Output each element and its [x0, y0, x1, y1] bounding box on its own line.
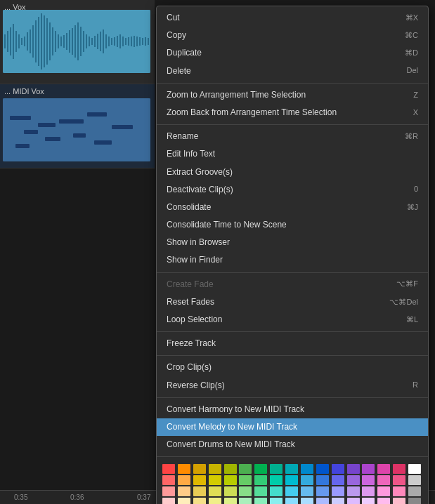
color-swatch[interactable]: [408, 486, 421, 496]
color-swatch[interactable]: [316, 498, 329, 504]
color-swatch[interactable]: [362, 475, 375, 485]
color-swatch[interactable]: [239, 464, 252, 474]
color-swatch[interactable]: [193, 486, 206, 496]
menu-item-freeze[interactable]: Freeze Track: [157, 335, 428, 352]
menu-section-2: Zoom to Arrangement Time Selection Z Zoo…: [157, 86, 428, 121]
color-swatch[interactable]: [393, 475, 405, 485]
color-swatch[interactable]: [316, 486, 329, 496]
menu-item-duplicate[interactable]: Duplicate ⌘D: [157, 44, 428, 62]
color-swatch[interactable]: [362, 464, 375, 474]
color-swatch[interactable]: [162, 486, 175, 496]
menu-item-extract-groove[interactable]: Extract Groove(s): [157, 164, 428, 181]
menu-item-reverse[interactable]: Reverse Clip(s) R: [157, 377, 428, 394]
color-swatch[interactable]: [209, 475, 221, 485]
color-swatch[interactable]: [408, 475, 421, 485]
color-swatch[interactable]: [347, 464, 360, 474]
color-swatch[interactable]: [285, 475, 298, 485]
color-swatch[interactable]: [316, 475, 329, 485]
menu-item-copy-label: Copy: [167, 29, 186, 42]
color-swatch[interactable]: [393, 464, 405, 474]
menu-item-consolidate-scene[interactable]: Consolidate Time to New Scene: [157, 216, 428, 234]
color-swatch[interactable]: [193, 475, 206, 485]
svg-rect-10: [30, 29, 31, 53]
menu-item-zoom-to[interactable]: Zoom to Arrangement Time Selection Z: [157, 86, 428, 104]
menu-item-consolidate[interactable]: Consolidate ⌘J: [157, 199, 428, 216]
color-swatch[interactable]: [270, 464, 283, 474]
menu-item-edit-info[interactable]: Edit Info Text: [157, 145, 428, 163]
color-swatch[interactable]: [254, 498, 267, 504]
color-swatch[interactable]: [178, 464, 190, 474]
color-swatch[interactable]: [254, 486, 267, 496]
menu-item-rename-shortcut: ⌘R: [405, 131, 418, 143]
color-swatch[interactable]: [347, 498, 360, 504]
color-swatch[interactable]: [178, 486, 190, 496]
color-swatch[interactable]: [347, 486, 360, 496]
menu-item-convert-melody[interactable]: Convert Melody to New MIDI Track: [157, 418, 428, 436]
color-swatch[interactable]: [362, 498, 375, 504]
color-swatch[interactable]: [224, 475, 237, 485]
color-swatch[interactable]: [209, 464, 221, 474]
menu-item-delete[interactable]: Delete Del: [157, 62, 428, 80]
color-swatch[interactable]: [270, 486, 283, 496]
color-swatch[interactable]: [332, 464, 344, 474]
color-swatch[interactable]: [332, 486, 344, 496]
color-swatch[interactable]: [209, 498, 221, 504]
menu-item-show-browser[interactable]: Show in Browser: [157, 234, 428, 251]
color-swatch[interactable]: [254, 464, 267, 474]
color-swatch[interactable]: [332, 475, 344, 485]
color-swatch[interactable]: [270, 498, 283, 504]
menu-item-reset-fades[interactable]: Reset Fades ⌥⌘Del: [157, 293, 428, 311]
menu-item-copy-shortcut: ⌘C: [405, 29, 418, 42]
color-swatch[interactable]: [301, 498, 313, 504]
color-swatch[interactable]: [162, 475, 175, 485]
color-swatch[interactable]: [377, 498, 390, 504]
color-swatch[interactable]: [178, 475, 190, 485]
svg-rect-22: [63, 35, 65, 48]
color-swatch[interactable]: [224, 464, 237, 474]
color-swatch[interactable]: [393, 498, 405, 504]
menu-item-rename[interactable]: Rename ⌘R: [157, 128, 428, 145]
color-swatch[interactable]: [347, 475, 360, 485]
color-swatch[interactable]: [193, 498, 206, 504]
menu-item-copy[interactable]: Copy ⌘C: [157, 27, 428, 44]
color-swatch[interactable]: [301, 486, 313, 496]
color-swatch[interactable]: [239, 486, 252, 496]
menu-item-zoom-back[interactable]: Zoom Back from Arrangement Time Selectio…: [157, 104, 428, 121]
color-swatch[interactable]: [239, 475, 252, 485]
menu-item-crop[interactable]: Crop Clip(s): [157, 359, 428, 376]
svg-rect-4: [13, 24, 14, 59]
color-swatch[interactable]: [377, 475, 390, 485]
color-swatch[interactable]: [162, 498, 175, 504]
color-swatch[interactable]: [393, 486, 405, 496]
color-swatch[interactable]: [285, 498, 298, 504]
color-swatch[interactable]: [316, 464, 329, 474]
menu-item-convert-drums[interactable]: Convert Drums to New MIDI Track: [157, 436, 428, 453]
color-swatch[interactable]: [362, 486, 375, 496]
color-swatch[interactable]: [254, 475, 267, 485]
color-swatch[interactable]: [224, 498, 237, 504]
color-swatch[interactable]: [270, 475, 283, 485]
menu-item-convert-harmony-label: Convert Harmony to New MIDI Track: [167, 403, 304, 416]
color-swatch[interactable]: [193, 464, 206, 474]
menu-item-deactivate[interactable]: Deactivate Clip(s) 0: [157, 181, 428, 199]
color-swatch[interactable]: [285, 464, 298, 474]
color-swatch[interactable]: [332, 498, 344, 504]
color-swatch[interactable]: [408, 464, 421, 474]
color-swatch[interactable]: [209, 486, 221, 496]
color-swatch[interactable]: [377, 486, 390, 496]
color-swatch[interactable]: [301, 464, 313, 474]
color-swatch[interactable]: [178, 498, 190, 504]
color-swatch[interactable]: [239, 498, 252, 504]
color-swatch[interactable]: [162, 464, 175, 474]
menu-item-create-fade[interactable]: Create Fade ⌥⌘F: [157, 276, 428, 293]
color-swatch[interactable]: [224, 486, 237, 496]
color-swatch[interactable]: [408, 498, 421, 504]
menu-item-convert-harmony[interactable]: Convert Harmony to New MIDI Track: [157, 401, 428, 418]
color-swatch[interactable]: [301, 475, 313, 485]
menu-item-loop-selection[interactable]: Loop Selection ⌘L: [157, 311, 428, 329]
color-swatch[interactable]: [285, 486, 298, 496]
menu-item-show-finder[interactable]: Show in Finder: [157, 251, 428, 269]
menu-item-cut[interactable]: Cut ⌘X: [157, 9, 428, 27]
color-swatch[interactable]: [377, 464, 390, 474]
menu-item-show-finder-label: Show in Finder: [167, 253, 223, 267]
